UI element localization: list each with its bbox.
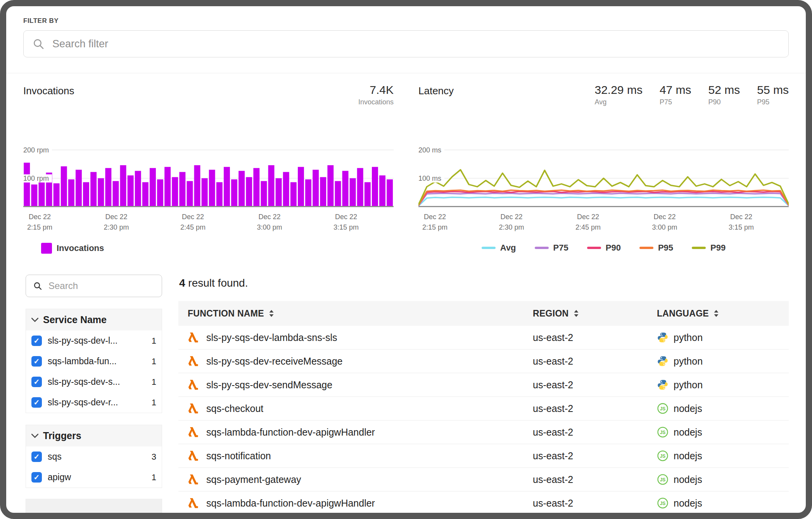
column-label: FUNCTION NAME (188, 308, 264, 319)
python-icon (657, 332, 669, 343)
filter-item[interactable]: ✓ sqs-lambda-fun... 1 (26, 351, 162, 372)
column-label: REGION (533, 308, 569, 319)
sidebar-section: Triggers ✓ sqs 3 ✓ apigw 1 (26, 425, 162, 488)
table-row[interactable]: sqs-lambda-function-dev-apigwHandler us-… (178, 491, 789, 515)
table-row[interactable]: sqs-payment-gateway us-east-2 JS nodejs (178, 468, 789, 491)
lambda-icon (188, 450, 199, 462)
lambda-icon (188, 379, 199, 391)
section-title: Service Name (43, 314, 107, 325)
table-row[interactable]: sqs-checkout us-east-2 JS nodejs (178, 397, 789, 420)
function-language: nodejs (674, 450, 702, 462)
filter-item-count: 3 (152, 452, 156, 462)
chevron-down-icon (31, 434, 38, 438)
x-axis-tick: Dec 222:15 pm (422, 212, 447, 233)
function-language: python (674, 356, 703, 367)
function-region: us-east-2 (533, 379, 657, 391)
table-header: FUNCTION NAME REGION LANGUAGE (178, 301, 789, 326)
x-axis-tick: Dec 222:30 pm (499, 212, 524, 233)
python-icon (657, 355, 669, 367)
x-axis-tick: Dec 222:15 pm (27, 212, 52, 233)
function-region: us-east-2 (533, 332, 657, 343)
invocations-total-value: 7.4K (358, 83, 394, 97)
function-language: nodejs (674, 403, 702, 414)
search-filter-input[interactable] (52, 38, 780, 50)
filter-item[interactable]: ✓ sls-py-sqs-dev-l... 1 (26, 330, 162, 351)
checkbox-checked-icon[interactable]: ✓ (31, 397, 42, 408)
table-row[interactable]: sqs-notification us-east-2 JS nodejs (178, 444, 789, 468)
latency-stat-avg: 32.29 ms Avg (594, 83, 642, 106)
table-row[interactable]: sls-py-sqs-dev-lambda-sns-sls us-east-2 … (178, 326, 789, 349)
legend-item-p90[interactable]: P90 (587, 243, 621, 253)
function-region: us-east-2 (533, 427, 657, 438)
checkbox-checked-icon[interactable]: ✓ (31, 472, 42, 483)
legend-swatch (482, 247, 496, 249)
function-region: us-east-2 (533, 450, 657, 462)
checkbox-checked-icon[interactable]: ✓ (31, 356, 42, 367)
legend-item-p99[interactable]: P99 (692, 243, 726, 253)
sidebar-search-box[interactable] (26, 275, 162, 297)
nodejs-icon: JS (657, 426, 669, 438)
filters-sidebar: Service Name ✓ sls-py-sqs-dev-l... 1 ✓ s… (26, 275, 162, 515)
chevron-down-icon (31, 318, 38, 322)
invocations-legend[interactable]: Invocations (41, 243, 394, 254)
svg-text:JS: JS (660, 477, 666, 483)
legend-swatch (639, 247, 653, 249)
filter-item[interactable]: ✓ sls-py-sqs-dev-r... 1 (26, 392, 162, 413)
section-header[interactable]: Service Name (26, 309, 162, 330)
invocations-total-label: Invocations (358, 98, 394, 106)
function-name: sqs-notification (206, 450, 271, 462)
invocations-title: Invocations (23, 83, 74, 97)
table-row[interactable]: sls-py-sqs-dev-sendMessage us-east-2 pyt… (178, 373, 789, 397)
column-header-region[interactable]: REGION (533, 308, 657, 319)
search-filter-box[interactable] (23, 30, 789, 57)
column-header-function-name[interactable]: FUNCTION NAME (178, 308, 533, 319)
filter-by-label: FILTER BY (23, 17, 789, 25)
filter-bar: FILTER BY (6, 6, 806, 73)
filter-item-count: 1 (152, 472, 156, 483)
function-language: python (674, 332, 703, 343)
checkbox-checked-icon[interactable]: ✓ (31, 336, 42, 346)
charts-section: Invocations 7.4K Invocations 200 rpm 100… (6, 73, 806, 254)
legend-swatch (587, 247, 601, 249)
table-row[interactable]: sls-py-sqs-dev-receiveMessage us-east-2 … (178, 349, 789, 373)
checkbox-checked-icon[interactable]: ✓ (31, 452, 42, 462)
filter-item[interactable]: ✓ sls-py-sqs-dev-s... 1 (26, 372, 162, 392)
latency-stats: 32.29 ms Avg 47 ms P75 52 ms P90 55 ms P… (594, 83, 789, 106)
invocations-total: 7.4K Invocations (358, 83, 394, 106)
filter-item-count: 1 (152, 377, 156, 387)
checkbox-checked-icon[interactable]: ✓ (31, 377, 42, 387)
legend-item-avg[interactable]: Avg (482, 243, 516, 253)
latency-lines (418, 116, 789, 207)
function-name: sqs-payment-gateway (206, 474, 301, 485)
function-name: sls-py-sqs-dev-lambda-sns-sls (206, 332, 337, 343)
legend-label: P99 (710, 243, 726, 253)
nodejs-icon: JS (657, 497, 669, 509)
invocations-chart: Invocations 7.4K Invocations 200 rpm 100… (23, 83, 394, 254)
latency-chart: Latency 32.29 ms Avg 47 ms P75 52 ms P90 (418, 83, 789, 254)
column-header-language[interactable]: LANGUAGE (657, 308, 789, 319)
function-name: sqs-lambda-function-dev-apigwHandler (206, 427, 375, 438)
x-axis-tick: Dec 223:00 pm (652, 212, 677, 233)
latency-stat-p75: 47 ms P75 (660, 83, 691, 106)
function-name: sqs-lambda-function-dev-apigwHandler (206, 498, 375, 509)
invocations-plot-area: 200 rpm 100 rpm (23, 116, 394, 207)
legend-item-p75[interactable]: P75 (535, 243, 568, 253)
sidebar-search-input[interactable] (48, 280, 155, 292)
latency-plot-area: 200 ms 100 ms (418, 116, 789, 207)
x-axis-tick: Dec 223:00 pm (257, 212, 282, 233)
nodejs-icon: JS (657, 474, 669, 485)
function-language: nodejs (674, 427, 702, 438)
filter-item[interactable]: ✓ apigw 1 (26, 467, 162, 488)
section-header[interactable]: Triggers (26, 425, 162, 446)
legend-item-p95[interactable]: P95 (639, 243, 673, 253)
latency-stat-p90: 52 ms P90 (708, 83, 740, 106)
search-icon (33, 281, 42, 291)
function-region: us-east-2 (533, 403, 657, 414)
lambda-icon (188, 474, 199, 485)
x-axis-tick: Dec 222:30 pm (104, 212, 129, 233)
table-row[interactable]: sqs-lambda-function-dev-apigwHandler us-… (178, 420, 789, 444)
svg-text:JS: JS (660, 430, 666, 435)
filter-item[interactable]: ✓ sqs 3 (26, 446, 162, 467)
function-region: us-east-2 (533, 356, 657, 367)
function-region: us-east-2 (533, 474, 657, 485)
